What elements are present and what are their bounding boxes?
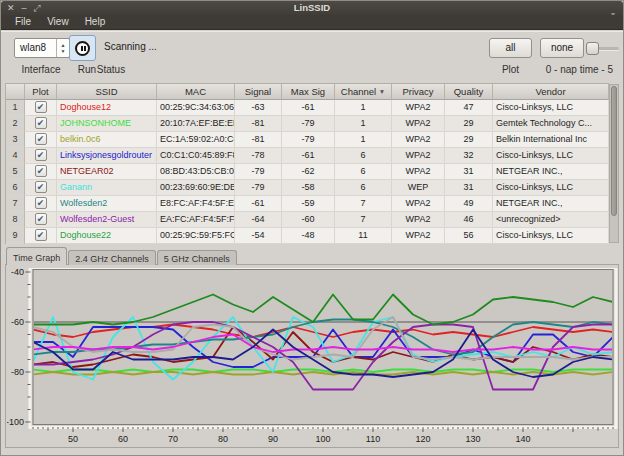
row-number: 5 xyxy=(6,164,25,180)
table-scrollbar-thumb[interactable] xyxy=(611,86,617,216)
col-header-signal[interactable]: Signal xyxy=(235,84,282,100)
vendor-cell: Cisco-Linksys, LLC xyxy=(493,148,609,164)
nap-time-label: 0 - nap time - 5 xyxy=(539,64,613,75)
status-label: Status xyxy=(93,64,129,75)
ssid-cell: Doghouse22 xyxy=(57,228,157,244)
vendor-cell: <unrecognized> xyxy=(493,212,609,228)
tab-5ghz-channels[interactable]: 5 GHz Channels xyxy=(157,250,237,265)
plot-checkbox[interactable]: ✔ xyxy=(35,149,47,161)
col-header-quality[interactable]: Quality xyxy=(445,84,493,100)
plot-checkbox[interactable]: ✔ xyxy=(35,133,47,145)
mac-cell: 08:BD:43:D5:CB:03 xyxy=(157,164,235,180)
table-body: 1✔Doghouse1200:25:9C:34:63:06-63-611WPA2… xyxy=(6,100,609,244)
signal-cell: -63 xyxy=(235,100,282,116)
plot-checkbox[interactable]: ✔ xyxy=(35,229,47,241)
plot-cell[interactable]: ✔ xyxy=(25,228,57,244)
svg-text:90: 90 xyxy=(268,434,278,444)
mac-cell: 20:10:7A:EF:BE:EF xyxy=(157,116,235,132)
channel-cell: 11 xyxy=(335,228,392,244)
tab-time-graph[interactable]: Time Graph xyxy=(6,247,67,265)
mac-cell: EA:FC:AF:F4:5F:F0 xyxy=(157,212,235,228)
spinner-arrows-icon[interactable]: ▲ ▼ xyxy=(56,39,69,57)
privacy-cell: WEP xyxy=(392,180,445,196)
plot-cell[interactable]: ✔ xyxy=(25,100,57,116)
plot-cell[interactable]: ✔ xyxy=(25,132,57,148)
vendor-cell: Cisco-Linksys, LLC xyxy=(493,100,609,116)
svg-text:130: 130 xyxy=(465,434,480,444)
plot-checkbox[interactable]: ✔ xyxy=(35,197,47,209)
table-row[interactable]: 8✔Wolfesden2-GuestEA:FC:AF:F4:5F:F0-64-6… xyxy=(6,212,609,228)
quality-cell: 49 xyxy=(445,196,493,212)
svg-text:140: 140 xyxy=(515,434,530,444)
col-header-plot[interactable]: Plot xyxy=(25,84,57,100)
table-row[interactable]: 4✔LinksysjonesgoldrouterC0:C1:C0:45:89:F… xyxy=(6,148,609,164)
svg-text:120: 120 xyxy=(415,434,430,444)
plot-checkbox[interactable]: ✔ xyxy=(35,181,47,193)
privacy-cell: WPA2 xyxy=(392,116,445,132)
col-header-privacy[interactable]: Privacy xyxy=(392,84,445,100)
table-row[interactable]: 6✔Ganann00:23:69:60:9E:DB-79-586WEP31Cis… xyxy=(6,180,609,196)
quality-cell: 29 xyxy=(445,132,493,148)
tab-24ghz-channels[interactable]: 2.4 GHz Channels xyxy=(68,250,156,265)
table-row[interactable]: 1✔Doghouse1200:25:9C:34:63:06-63-611WPA2… xyxy=(6,100,609,116)
table-row[interactable]: 3✔belkin.0c6EC:1A:59:02:A0:C6-81-791WPA2… xyxy=(6,132,609,148)
table-row[interactable]: 7✔Wolfesden2E8:FC:AF:F4:5F:EF-61-597WPA2… xyxy=(6,196,609,212)
signal-cell: -81 xyxy=(235,116,282,132)
col-header-channel[interactable]: Channel ▼ xyxy=(335,84,392,100)
col-header-mac[interactable]: MAC xyxy=(157,84,235,100)
privacy-cell: WPA2 xyxy=(392,148,445,164)
channel-cell: 6 xyxy=(335,164,392,180)
plot-none-button[interactable]: none xyxy=(540,38,584,58)
plot-cell[interactable]: ✔ xyxy=(25,164,57,180)
plot-cell[interactable]: ✔ xyxy=(25,180,57,196)
max-sig-cell: -59 xyxy=(282,196,335,212)
max-sig-cell: -61 xyxy=(282,148,335,164)
plot-all-button[interactable]: all xyxy=(489,38,532,58)
privacy-cell: WPA2 xyxy=(392,164,445,180)
ssid-cell: Linksysjonesgoldrouter xyxy=(57,148,157,164)
plot-checkbox[interactable]: ✔ xyxy=(35,165,47,177)
privacy-cell: WPA2 xyxy=(392,132,445,148)
sort-descending-icon: ▼ xyxy=(379,88,385,95)
plot-label: Plot xyxy=(489,64,532,75)
mac-cell: EC:1A:59:02:A0:C6 xyxy=(157,132,235,148)
signal-cell: -79 xyxy=(235,164,282,180)
row-number: 1 xyxy=(6,100,25,116)
channel-cell: 6 xyxy=(335,180,392,196)
svg-text:50: 50 xyxy=(68,434,78,444)
col-header-vendor[interactable]: Vendor xyxy=(493,84,609,100)
table-row[interactable]: 9✔Doghouse2200:25:9C:59:F5:FC-54-4811WPA… xyxy=(6,228,609,244)
col-header-rownum[interactable] xyxy=(6,84,25,100)
ssid-cell: Ganann xyxy=(57,180,157,196)
channel-cell: 7 xyxy=(335,196,392,212)
plot-cell[interactable]: ✔ xyxy=(25,196,57,212)
quality-cell: 46 xyxy=(445,212,493,228)
plot-cell[interactable]: ✔ xyxy=(25,212,57,228)
table-row[interactable]: 2✔JOHNSONHOME20:10:7A:EF:BE:EF-81-791WPA… xyxy=(6,116,609,132)
interface-select[interactable]: wlan8 ▲ ▼ xyxy=(14,38,70,58)
plot-checkbox[interactable]: ✔ xyxy=(35,213,47,225)
col-header-ssid[interactable]: SSID xyxy=(57,84,157,100)
run-pause-button[interactable] xyxy=(69,35,96,61)
plot-cell[interactable]: ✔ xyxy=(25,148,57,164)
menubar: File View Help xyxy=(1,15,623,30)
plot-cell[interactable]: ✔ xyxy=(25,116,57,132)
channel-cell: 6 xyxy=(335,148,392,164)
plot-checkbox[interactable]: ✔ xyxy=(35,117,47,129)
table-row[interactable]: 5✔NETGEAR0208:BD:43:D5:CB:03-79-626WPA23… xyxy=(6,164,609,180)
table-scrollbar[interactable] xyxy=(609,84,619,243)
nap-time-slider-handle[interactable] xyxy=(586,42,599,55)
menu-view[interactable]: View xyxy=(47,16,69,29)
menu-file[interactable]: File xyxy=(15,16,31,29)
svg-text:-100: -100 xyxy=(7,417,24,427)
toolbar: wlan8 ▲ ▼ Scanning ... Interface Run Sta… xyxy=(1,31,623,81)
svg-text:80: 80 xyxy=(218,434,228,444)
col-header-maxsig[interactable]: Max Sig xyxy=(282,84,335,100)
mac-cell: 00:25:9C:34:63:06 xyxy=(157,100,235,116)
max-sig-cell: -79 xyxy=(282,132,335,148)
plot-checkbox[interactable]: ✔ xyxy=(35,101,47,113)
spin-down-icon[interactable]: ▼ xyxy=(57,48,69,54)
ssid-cell: Wolfesden2 xyxy=(57,196,157,212)
menu-help[interactable]: Help xyxy=(85,16,106,29)
quality-cell: 29 xyxy=(445,116,493,132)
